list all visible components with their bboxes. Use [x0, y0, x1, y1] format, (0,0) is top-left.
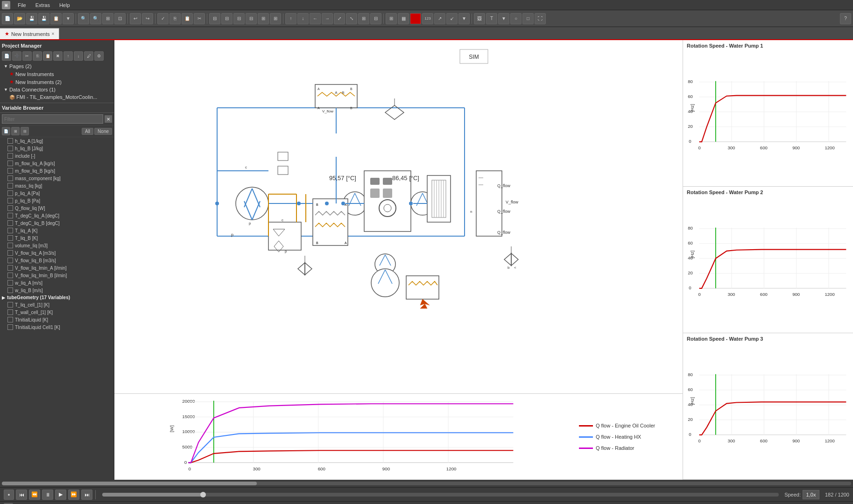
- menu-extras[interactable]: Extras: [34, 1, 52, 9]
- tab-new-instruments[interactable]: ★ New Instruments ×: [0, 28, 59, 39]
- var-checkbox[interactable]: [7, 265, 13, 271]
- var-h-liq-b[interactable]: h_liq_B [J/kg]: [0, 145, 114, 152]
- tb-zoomsel[interactable]: ⊡: [114, 13, 126, 24]
- vb-btn1[interactable]: 📄: [2, 127, 10, 135]
- tb-align1[interactable]: ⊟: [209, 13, 220, 24]
- var-checkbox[interactable]: [7, 138, 13, 144]
- tb-dist1[interactable]: ⊞: [258, 13, 269, 24]
- tb-align3[interactable]: ⊟: [233, 13, 245, 24]
- scrollbar-area[interactable]: [0, 480, 853, 487]
- var-tinitial[interactable]: TInitialLiquid [K]: [0, 316, 114, 323]
- tb-align4[interactable]: ⊟: [246, 13, 257, 24]
- pb-skip-start[interactable]: ⏮: [16, 490, 27, 500]
- var-checkbox[interactable]: [7, 273, 13, 278]
- var-w-a[interactable]: w_liq_A [m/s]: [0, 279, 114, 287]
- var-tube-geometry-group[interactable]: ▶ tubeGeometry (17 Variables): [0, 294, 114, 301]
- menu-help[interactable]: Help: [57, 1, 72, 9]
- var-tinitial-cell[interactable]: TInitialLiquid Cell1 [K]: [0, 323, 114, 331]
- var-checkbox[interactable]: [7, 228, 13, 233]
- tb-grid1[interactable]: ⊞: [386, 13, 397, 24]
- var-volume[interactable]: volume_liq [m3]: [0, 242, 114, 249]
- tb-cut[interactable]: ✂: [194, 13, 205, 24]
- var-checkbox[interactable]: [7, 183, 13, 189]
- var-tdegc-b[interactable]: T_degC_liq_B [degC]: [0, 219, 114, 227]
- tb-num[interactable]: 123: [422, 13, 433, 24]
- tb-pdf[interactable]: 📋: [50, 13, 62, 24]
- pb-progress-track[interactable]: [102, 493, 779, 497]
- tb-zoomfit[interactable]: ⊞: [102, 13, 113, 24]
- var-checkbox[interactable]: [7, 175, 13, 181]
- var-vflow-lmin-a[interactable]: V_flow_liq_lmin_A [l/min]: [0, 264, 114, 272]
- var-checkbox[interactable]: [7, 146, 13, 151]
- tb-save[interactable]: 💾: [26, 13, 37, 24]
- pm-btn2[interactable]: ➕: [12, 51, 21, 61]
- pm-btn1[interactable]: 📄: [2, 51, 11, 61]
- var-checkbox[interactable]: [7, 243, 13, 248]
- var-checkbox[interactable]: [7, 287, 13, 293]
- vb-btn3[interactable]: ⊟: [21, 127, 29, 135]
- var-include[interactable]: include [-]: [0, 152, 114, 160]
- var-p-a[interactable]: p_liq_A [Pa]: [0, 189, 114, 197]
- sim-button-text[interactable]: SIM: [469, 54, 479, 60]
- tb-rect[interactable]: □: [522, 13, 534, 24]
- var-checkbox[interactable]: [7, 161, 13, 166]
- filter-all-button[interactable]: All: [82, 128, 93, 135]
- tb-move6[interactable]: ⤡: [346, 13, 357, 24]
- var-mflow-a[interactable]: m_flow_liq_A [kg/s]: [0, 160, 114, 167]
- horizontal-scrollbar-thumb[interactable]: [2, 482, 257, 485]
- var-vflow-a[interactable]: V_flow_liq_A [m3/s]: [0, 249, 114, 257]
- tb-img[interactable]: 🖼: [474, 13, 485, 24]
- tb-color[interactable]: ■: [410, 13, 421, 24]
- var-checkbox[interactable]: [7, 280, 13, 286]
- var-checkbox[interactable]: [7, 168, 13, 174]
- pb-step-fwd[interactable]: ⏩: [68, 490, 79, 500]
- tb-open[interactable]: 📂: [14, 13, 25, 24]
- tb-export[interactable]: ↗: [434, 13, 445, 24]
- var-tdegc-a[interactable]: T_degC_liq_A [degC]: [0, 212, 114, 219]
- pm-btn7[interactable]: ↑: [63, 51, 73, 61]
- tb-shapes[interactable]: ○: [510, 13, 522, 24]
- tb-new[interactable]: 📄: [2, 13, 13, 24]
- tb-move8[interactable]: ⊟: [370, 13, 381, 24]
- pb-speed-input[interactable]: [803, 490, 819, 499]
- canvas-area[interactable]: SIM A B V_flow A B A B: [114, 40, 683, 480]
- var-w-b[interactable]: w_liq_B [m/s]: [0, 287, 114, 294]
- pb-progress-thumb[interactable]: [200, 492, 206, 497]
- data-connectors-group[interactable]: ▼ Data Connectors (1): [2, 86, 112, 93]
- tb-move7[interactable]: ⊞: [358, 13, 369, 24]
- tb-zoomin[interactable]: 🔍: [78, 13, 89, 24]
- tb-undo[interactable]: ↩: [130, 13, 141, 24]
- page1-item[interactable]: ★ New Instruments: [2, 70, 112, 78]
- pm-btn8[interactable]: ↓: [74, 51, 83, 61]
- tb-move4[interactable]: →: [322, 13, 333, 24]
- var-p-b[interactable]: p_liq_B [Pa]: [0, 197, 114, 204]
- tb-copy[interactable]: ⎘: [169, 13, 181, 24]
- pm-btn10[interactable]: ⚙: [94, 51, 104, 61]
- pb-step-back[interactable]: ⏪: [29, 490, 40, 500]
- var-checkbox[interactable]: [7, 250, 13, 256]
- var-qflow[interactable]: Q_flow_liq [W]: [0, 204, 114, 212]
- pm-btn4[interactable]: ⎘: [33, 51, 42, 61]
- pages-group[interactable]: ▼ Pages (2): [2, 63, 112, 70]
- fmi-item[interactable]: 📦 FMI - TIL_Examples_MotorCoolin...: [2, 93, 112, 101]
- tb-move2[interactable]: ↓: [297, 13, 309, 24]
- var-checkbox[interactable]: [7, 235, 13, 241]
- tb-align2[interactable]: ⊟: [221, 13, 233, 24]
- tb-drop2[interactable]: ▼: [458, 13, 470, 24]
- filter-clear-button[interactable]: ✕: [105, 115, 112, 123]
- horizontal-scrollbar-track[interactable]: [2, 482, 851, 485]
- var-checkbox[interactable]: [7, 153, 13, 159]
- tb-grid2[interactable]: ▦: [398, 13, 409, 24]
- var-checkbox[interactable]: [7, 302, 13, 308]
- var-checkbox[interactable]: [7, 324, 13, 330]
- tb-move3[interactable]: ←: [310, 13, 321, 24]
- tb-move5[interactable]: ⤢: [334, 13, 345, 24]
- pm-btn9[interactable]: 🖊: [84, 51, 93, 61]
- pm-btn3[interactable]: ✂: [22, 51, 32, 61]
- var-checkbox[interactable]: [7, 309, 13, 315]
- tb-text[interactable]: T: [486, 13, 497, 24]
- var-tliq-b[interactable]: T_liq_B [K]: [0, 234, 114, 242]
- tb-fullscreen[interactable]: ⛶: [535, 13, 546, 24]
- var-mflow-b[interactable]: m_flow_liq_B [kg/s]: [0, 167, 114, 175]
- tb-drop[interactable]: ▼: [63, 13, 74, 24]
